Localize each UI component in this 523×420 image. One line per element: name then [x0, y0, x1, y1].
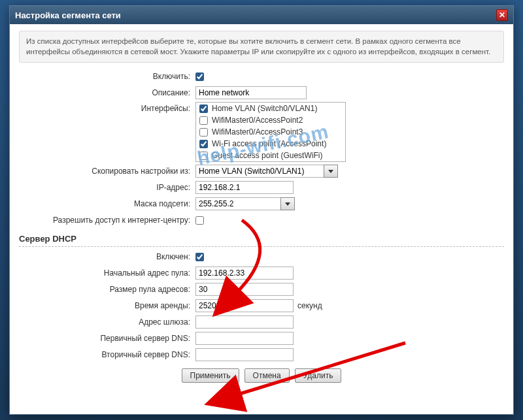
label-description: Описание:: [19, 88, 195, 97]
interface-checkbox[interactable]: [199, 128, 208, 137]
interfaces-listbox[interactable]: Home VLAN (Switch0/VLAN1) WifiMaster0/Ac…: [195, 102, 346, 162]
apply-button[interactable]: Применить: [182, 368, 239, 383]
interface-label: Guest access point (GuestWiFi): [212, 151, 322, 160]
interface-checkbox[interactable]: [199, 116, 208, 125]
interface-label: Home VLAN (Switch0/VLAN1): [212, 104, 317, 113]
mask-value[interactable]: [195, 197, 280, 210]
button-row: Применить Отмена Удалить: [19, 368, 504, 383]
chevron-down-icon[interactable]: [280, 197, 295, 210]
interface-label: Wi-Fi access point (AccessPoint): [212, 139, 326, 148]
enable-checkbox[interactable]: [195, 73, 204, 81]
label-ip: IP-адрес:: [19, 183, 195, 192]
allow-admin-checkbox[interactable]: [195, 216, 204, 225]
description-input[interactable]: [195, 86, 307, 99]
label-pool-start: Начальный адрес пула:: [19, 268, 195, 278]
info-text: Из списка доступных интерфейсов выберите…: [19, 31, 504, 63]
label-mask: Маска подсети:: [19, 199, 195, 208]
close-icon[interactable]: ✕: [496, 9, 508, 21]
dialog-title: Настройка сегмента сети: [15, 10, 121, 20]
label-pool-size: Размер пула адресов:: [19, 285, 195, 294]
copy-from-value[interactable]: [195, 165, 324, 178]
list-item[interactable]: WifiMaster0/AccessPoint3: [196, 126, 345, 138]
dialog-content: Из списка доступных интерфейсов выберите…: [10, 24, 513, 387]
pool-start-input[interactable]: [195, 267, 294, 280]
interface-label: WifiMaster0/AccessPoint2: [212, 116, 303, 125]
chevron-down-icon[interactable]: [324, 165, 338, 178]
label-dhcp-enable: Включен:: [19, 252, 195, 261]
dhcp-section-title: Сервер DHCP: [19, 234, 504, 247]
interface-checkbox[interactable]: [199, 105, 208, 113]
list-item[interactable]: Wi-Fi access point (AccessPoint): [196, 138, 345, 150]
pool-size-input[interactable]: [195, 283, 294, 296]
mask-select[interactable]: [195, 197, 295, 210]
cancel-button[interactable]: Отмена: [245, 368, 290, 383]
titlebar: Настройка сегмента сети ✕: [10, 6, 513, 24]
dns1-input[interactable]: [195, 332, 294, 345]
interface-checkbox[interactable]: [199, 140, 208, 148]
label-gateway: Адрес шлюза:: [19, 317, 195, 327]
label-allow-admin: Разрешить доступ к интернет-центру:: [19, 216, 195, 225]
dhcp-enable-checkbox[interactable]: [195, 253, 204, 261]
dialog: Настройка сегмента сети ✕ Из списка дост…: [9, 5, 514, 415]
lease-suffix: секунд: [297, 301, 322, 310]
copy-from-select[interactable]: [195, 165, 338, 178]
ip-input[interactable]: [195, 181, 294, 194]
label-enable: Включить:: [19, 72, 195, 81]
list-item[interactable]: WifiMaster0/AccessPoint2: [196, 114, 345, 126]
interface-label: WifiMaster0/AccessPoint3: [212, 127, 303, 137]
label-copy-from: Скопировать настройки из:: [19, 167, 195, 176]
dns2-input[interactable]: [195, 348, 294, 361]
list-item[interactable]: Home VLAN (Switch0/VLAN1): [196, 103, 345, 114]
label-dns2: Вторичный сервер DNS:: [19, 350, 195, 359]
label-dns1: Первичный сервер DNS:: [19, 334, 195, 343]
interface-checkbox[interactable]: [199, 152, 208, 160]
label-lease: Время аренды:: [19, 301, 195, 310]
lease-input[interactable]: [195, 299, 294, 312]
list-item[interactable]: Guest access point (GuestWiFi): [196, 150, 345, 161]
label-interfaces: Интерфейсы:: [19, 102, 195, 113]
delete-button[interactable]: Удалить: [295, 368, 342, 383]
gateway-input[interactable]: [195, 315, 294, 329]
